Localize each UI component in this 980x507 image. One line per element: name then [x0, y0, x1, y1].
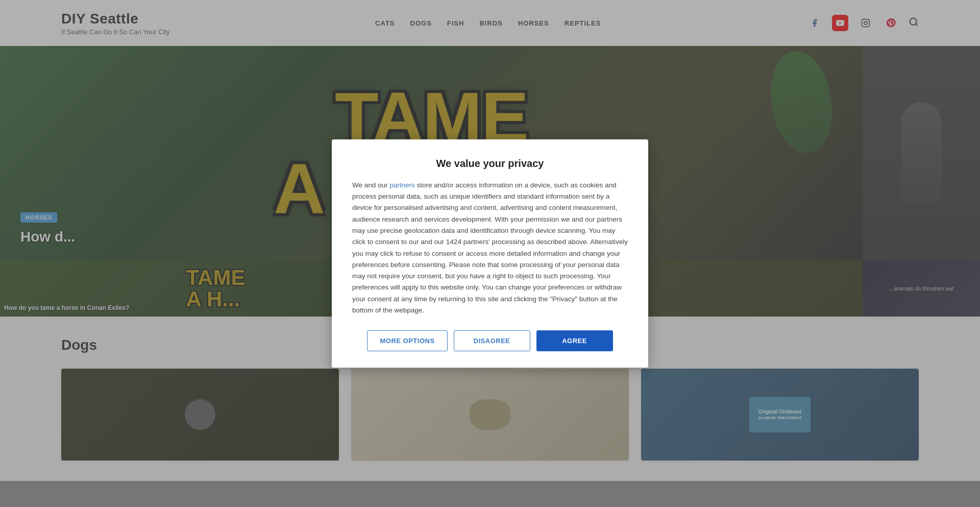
- disagree-button[interactable]: DISAGREE: [454, 330, 530, 351]
- modal-body-intro: We and our: [352, 181, 389, 189]
- partners-link[interactable]: partners: [389, 181, 415, 189]
- modal-buttons: MORE OPTIONS DISAGREE AGREE: [352, 330, 628, 351]
- modal-body: We and our partners store and/or access …: [352, 180, 628, 316]
- privacy-overlay: We value your privacy We and our partner…: [0, 0, 980, 507]
- modal-body-text: store and/or access information on a dev…: [352, 181, 628, 314]
- modal-title: We value your privacy: [352, 158, 628, 170]
- privacy-modal: We value your privacy We and our partner…: [332, 139, 648, 368]
- more-options-button[interactable]: MORE OPTIONS: [367, 330, 447, 351]
- agree-button[interactable]: AGREE: [536, 330, 613, 351]
